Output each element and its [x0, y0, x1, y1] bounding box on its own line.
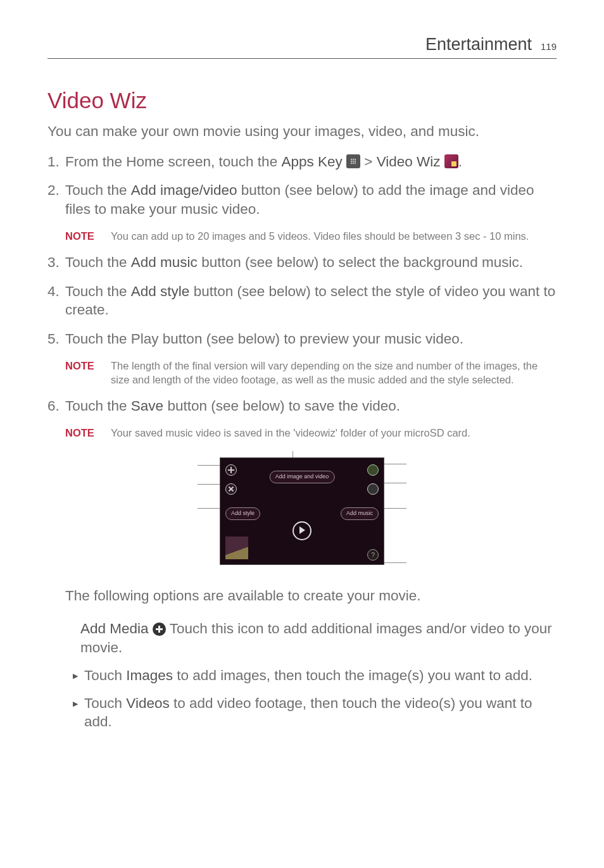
note-label: NOTE — [65, 426, 111, 440]
step-5: 5. Touch the Play button (see below) to … — [47, 330, 557, 349]
step-1: 1. From the Home screen, touch the Apps … — [47, 152, 557, 171]
save-icon — [367, 464, 379, 476]
thumbnail-icon — [225, 536, 248, 559]
note-text: You can add up to 20 images and 5 videos… — [111, 229, 557, 243]
header-page-number: 119 — [541, 41, 557, 52]
step-text: Touch the Save button (see below) to sav… — [65, 397, 557, 416]
steps-list-cont: 3. Touch the Add music button (see below… — [47, 253, 557, 349]
step-number: 3. — [47, 253, 65, 272]
steps-list-cont2: 6. Touch the Save button (see below) to … — [47, 397, 557, 416]
step-number: 6. — [47, 397, 65, 416]
step-number: 2. — [47, 181, 65, 218]
note-2: NOTE The length of the final version wil… — [65, 359, 557, 387]
steps-list: 1. From the Home screen, touch the Apps … — [47, 152, 557, 219]
step-3: 3. Touch the Add music button (see below… — [47, 253, 557, 272]
add-media-label: Add Media — [80, 621, 149, 636]
step-text: Touch the Add style button (see below) t… — [65, 282, 557, 319]
add-media-plus-icon — [153, 623, 166, 636]
add-style-button: Add style — [225, 507, 260, 520]
note-1: NOTE You can add up to 20 images and 5 v… — [65, 229, 557, 243]
add-image-video-button: Add image and video — [270, 471, 335, 483]
leader-line — [382, 562, 406, 563]
bullet-images: Touch Images to add images, then touch t… — [73, 666, 557, 685]
step-2: 2. Touch the Add image/video button (see… — [47, 181, 557, 218]
bullet-videos: Touch Videos to add video footage, then … — [73, 694, 557, 731]
step-4: 4. Touch the Add style button (see below… — [47, 282, 557, 319]
section-title: Video Wiz — [47, 88, 557, 113]
step-text: From the Home screen, touch the Apps Key… — [65, 152, 557, 171]
step-6: 6. Touch the Save button (see below) to … — [47, 397, 557, 416]
delete-media-icon — [225, 483, 237, 495]
options-intro: The following options are available to c… — [65, 586, 557, 605]
note-3: NOTE Your saved music video is saved in … — [65, 426, 557, 440]
page-header: Entertainment 119 — [47, 35, 557, 59]
videowiz-screenshot: ? Add image and video Add style Add musi… — [220, 457, 384, 565]
settings-icon — [367, 483, 379, 495]
note-text: The length of the final version will var… — [111, 359, 557, 387]
add-media-icon — [225, 464, 237, 476]
note-label: NOTE — [65, 359, 111, 387]
note-text: Your saved music video is saved in the '… — [111, 426, 557, 440]
step-text: Touch the Add image/video button (see be… — [65, 181, 557, 218]
play-icon — [293, 521, 311, 540]
video-wiz-icon — [444, 154, 458, 168]
step-text: Touch the Play button (see below) to pre… — [65, 330, 557, 349]
add-media-description: Add Media Touch this icon to add additio… — [80, 619, 557, 657]
intro-text: You can make your own movie using your i… — [47, 122, 557, 141]
help-icon: ? — [367, 549, 379, 561]
step-text: Touch the Add music button (see below) t… — [65, 253, 557, 272]
header-section: Entertainment — [425, 35, 532, 54]
leader-line — [382, 508, 406, 509]
apps-key-icon — [346, 154, 360, 168]
add-music-button: Add music — [341, 507, 379, 520]
screenshot-figure: ? Add image and video Add style Add musi… — [47, 451, 557, 571]
leader-line — [198, 508, 222, 509]
step-number: 5. — [47, 330, 65, 349]
step-number: 4. — [47, 282, 65, 319]
note-label: NOTE — [65, 229, 111, 243]
bullet-list: Touch Images to add images, then touch t… — [73, 666, 557, 731]
step-number: 1. — [47, 152, 65, 171]
